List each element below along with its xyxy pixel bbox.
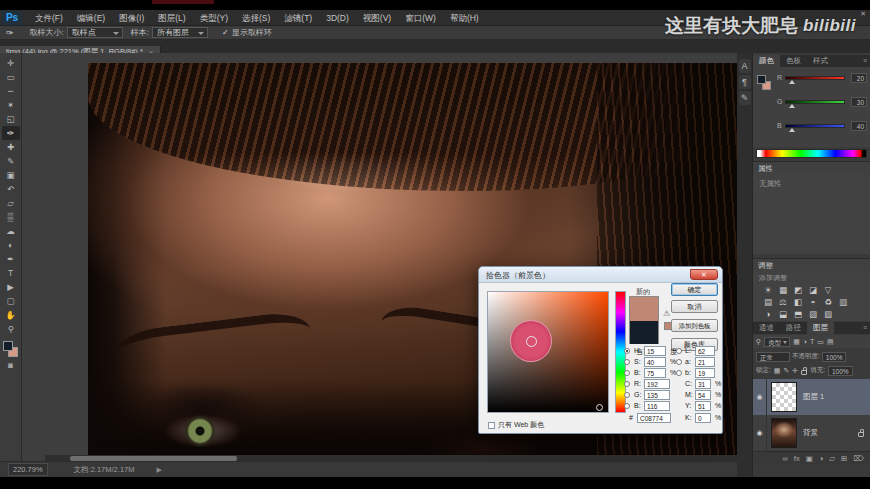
gradient-tool[interactable]: ▒ <box>2 210 20 224</box>
layer-row-layer1[interactable]: ◉ 图层 1 <box>753 379 870 415</box>
menu-select[interactable]: 选择(S) <box>235 10 277 26</box>
panel-foreground-swatch[interactable] <box>757 75 766 84</box>
tab-paths[interactable]: 路径 <box>780 322 807 334</box>
adjustment-layer-icon[interactable]: ◑ <box>819 454 824 463</box>
brush-tool[interactable]: ✎ <box>2 154 20 168</box>
menu-layer[interactable]: 图层(L) <box>151 10 192 26</box>
lab-b-input[interactable]: 19 <box>695 368 715 378</box>
magic-wand-tool[interactable]: ✶ <box>2 98 20 112</box>
menu-edit[interactable]: 编辑(E) <box>70 10 112 26</box>
lab-a-input[interactable]: 21 <box>695 357 715 367</box>
pen-tool[interactable]: ✒ <box>2 252 20 266</box>
quick-mask-icon[interactable]: ◙ <box>2 361 20 370</box>
brightness-contrast-icon[interactable]: ☀ <box>763 285 773 295</box>
layer-row-background[interactable]: ◉ 背景 <box>753 415 870 451</box>
delete-layer-icon[interactable]: ⌦ <box>853 454 864 463</box>
menu-filter[interactable]: 滤镜(T) <box>277 10 319 26</box>
add-to-swatches-button[interactable]: 添加到色板 <box>671 319 718 332</box>
menu-3d[interactable]: 3D(D) <box>319 10 356 26</box>
red-radio[interactable] <box>624 381 630 387</box>
gradient-map-icon[interactable]: ▨ <box>808 309 818 319</box>
zoom-tool[interactable]: ⚲ <box>2 322 20 336</box>
lab-l-radio[interactable] <box>676 348 682 354</box>
filter-shape-layers-icon[interactable]: ▭ <box>817 338 824 346</box>
move-tool[interactable]: ✛ <box>2 56 20 70</box>
history-brush-tool[interactable]: ↶ <box>2 182 20 196</box>
panel-color-swatches[interactable] <box>757 75 773 93</box>
layer-filter-kind-dropdown[interactable]: 类型 <box>764 337 790 347</box>
web-colors-only-checkbox[interactable]: 只有 Web 颜色 <box>488 420 544 430</box>
brush-panel-icon[interactable]: ✎ <box>739 91 751 105</box>
red-input[interactable]: 192 <box>644 379 670 389</box>
lock-transparency-icon[interactable]: ▦ <box>774 367 781 375</box>
saturation-input[interactable]: 40 <box>644 357 666 367</box>
layer-group-icon[interactable]: ▱ <box>829 454 835 463</box>
blue-radio[interactable] <box>624 403 630 409</box>
menu-view[interactable]: 视图(V) <box>356 10 398 26</box>
foreground-background-swatches[interactable] <box>3 341 19 359</box>
green-input[interactable]: 135 <box>644 390 670 400</box>
sample-dropdown[interactable]: 所有图层 <box>152 27 208 38</box>
marquee-tool[interactable]: ▭ <box>2 70 20 84</box>
tab-styles[interactable]: 样式 <box>807 55 834 67</box>
invert-icon[interactable]: ◑ <box>763 309 773 319</box>
selective-color-icon[interactable]: ▧ <box>823 309 833 319</box>
black-white-icon[interactable]: ◧ <box>793 297 803 307</box>
menu-type[interactable]: 类型(Y) <box>193 10 235 26</box>
ok-button[interactable]: 确定 <box>671 283 718 296</box>
properties-panel-header[interactable]: 属性 <box>753 161 870 174</box>
foreground-color-swatch[interactable] <box>3 341 13 351</box>
adjustments-panel-header[interactable]: 调整 <box>753 258 870 271</box>
blur-tool[interactable]: ☁ <box>2 224 20 238</box>
layer-name[interactable]: 背景 <box>803 428 818 438</box>
hex-input[interactable]: C08774 <box>637 413 671 423</box>
lasso-tool[interactable]: ∽ <box>2 84 20 98</box>
panel-menu-icon[interactable]: ≡ <box>863 322 870 334</box>
cancel-button[interactable]: 取消 <box>671 300 718 313</box>
healing-brush-tool[interactable]: ✚ <box>2 140 20 154</box>
filter-smart-objects-icon[interactable]: ▤ <box>827 338 834 346</box>
character-panel-icon[interactable]: A <box>739 59 751 73</box>
menu-help[interactable]: 帮助(H) <box>443 10 486 26</box>
green-radio[interactable] <box>624 392 630 398</box>
brightness-radio[interactable] <box>624 370 630 376</box>
visibility-eye-icon[interactable]: ◉ <box>753 379 767 415</box>
sample-size-dropdown[interactable]: 取样点 <box>67 27 123 38</box>
black-input[interactable]: 0 <box>695 413 711 423</box>
color-field-marker[interactable] <box>596 404 603 411</box>
hue-saturation-icon[interactable]: ▤ <box>763 297 773 307</box>
hue-input[interactable]: 15 <box>644 346 666 356</box>
color-lookup-icon[interactable]: ▥ <box>838 297 848 307</box>
magenta-input[interactable]: 54 <box>695 390 711 400</box>
color-spectrum-ramp[interactable] <box>756 149 867 158</box>
dodge-tool[interactable]: ◐ <box>2 238 20 252</box>
gamut-warning-icon[interactable]: ⚠ <box>663 309 670 318</box>
eyedropper-tool[interactable]: ✑ <box>2 126 20 140</box>
photo-filter-icon[interactable]: ◓ <box>808 297 818 307</box>
layer-name[interactable]: 图层 1 <box>803 392 824 402</box>
filter-type-layers-icon[interactable]: T <box>810 338 814 345</box>
brightness-input[interactable]: 75 <box>644 368 666 378</box>
blue-value[interactable]: 40 <box>851 121 867 131</box>
red-slider-knob[interactable] <box>789 80 795 84</box>
lock-pixels-icon[interactable]: ✎ <box>783 367 789 375</box>
channel-mixer-icon[interactable]: ♻ <box>823 297 833 307</box>
dialog-titlebar[interactable]: 拾色器（前景色） ✕ <box>479 267 722 283</box>
panel-menu-icon[interactable]: ≡ <box>863 55 870 67</box>
fill-value[interactable]: 100% <box>828 366 853 376</box>
exposure-icon[interactable]: ◪ <box>808 285 818 295</box>
layer-mask-icon[interactable]: ▣ <box>806 454 813 463</box>
type-tool[interactable]: T <box>2 266 20 280</box>
menu-window[interactable]: 窗口(W) <box>398 10 443 26</box>
tab-color[interactable]: 颜色 <box>753 55 780 67</box>
lab-b-radio[interactable] <box>676 370 682 376</box>
curves-icon[interactable]: ◩ <box>793 285 803 295</box>
saturation-radio[interactable] <box>624 359 630 365</box>
hue-radio[interactable] <box>624 348 630 354</box>
status-options-arrow-icon[interactable]: ▶ <box>156 466 161 474</box>
green-value[interactable]: 30 <box>851 97 867 107</box>
opacity-value[interactable]: 100% <box>822 352 847 362</box>
red-value[interactable]: 20 <box>851 73 867 83</box>
lock-position-icon[interactable]: ✛ <box>792 367 798 375</box>
zoom-level-field[interactable]: 220.79% <box>8 463 48 476</box>
